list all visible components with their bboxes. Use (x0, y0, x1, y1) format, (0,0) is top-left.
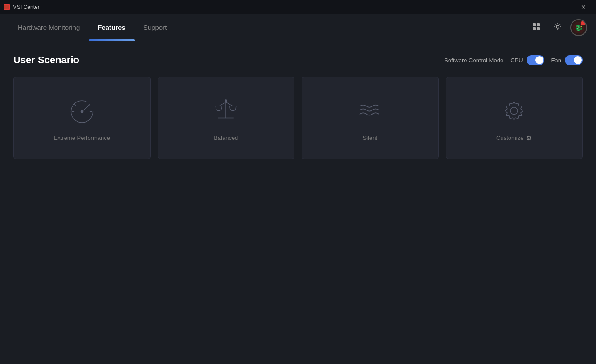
customize-gear-icon (498, 94, 530, 126)
svg-rect-3 (533, 27, 536, 30)
window-controls: — ✕ (556, 0, 592, 14)
card-extreme-performance[interactable]: Extreme Performance (13, 77, 151, 159)
svg-point-10 (81, 110, 83, 113)
svg-line-14 (74, 104, 76, 106)
nav-tabs: Hardware Monitoring Features Support (9, 14, 176, 41)
control-mode-area: Software Control Mode CPU Fan (444, 55, 583, 65)
grid-view-button[interactable] (527, 19, 545, 37)
balanced-label: Balanced (214, 135, 238, 141)
cpu-toggle-knob (535, 56, 543, 64)
settings-button[interactable] (549, 19, 567, 37)
svg-line-19 (226, 102, 233, 106)
cpu-label: CPU (510, 57, 523, 64)
main-content: User Scenario Software Control Mode CPU … (0, 41, 596, 168)
fan-toggle[interactable] (565, 55, 583, 65)
svg-rect-0 (4, 5, 9, 9)
waves-icon (355, 94, 386, 126)
nav-actions: 🐉 (527, 19, 587, 37)
section-header: User Scenario Software Control Mode CPU … (13, 54, 583, 66)
grid-icon (532, 22, 541, 33)
app-icon (4, 4, 10, 10)
silent-label: Silent (363, 135, 377, 141)
fan-toggle-knob (574, 56, 582, 64)
avatar[interactable]: 🐉 (570, 19, 587, 36)
svg-point-5 (556, 25, 559, 28)
tab-hardware-monitoring[interactable]: Hardware Monitoring (9, 14, 89, 41)
fan-toggle-group: Fan (551, 55, 583, 65)
cpu-toggle-group: CPU (510, 55, 544, 65)
gear-icon (553, 22, 562, 33)
minimize-button[interactable]: — (556, 0, 574, 14)
control-mode-label: Software Control Mode (444, 57, 503, 64)
close-button[interactable]: ✕ (575, 0, 592, 14)
notification-dot (581, 21, 585, 25)
tab-support[interactable]: Support (135, 14, 176, 41)
customize-label: Customize ⚙ (496, 135, 532, 142)
svg-rect-2 (537, 23, 540, 26)
tab-features[interactable]: Features (89, 14, 135, 41)
card-customize[interactable]: Customize ⚙ (446, 77, 583, 159)
svg-rect-1 (533, 23, 536, 26)
section-title: User Scenario (13, 54, 79, 66)
svg-rect-4 (537, 27, 540, 30)
scenario-cards: Extreme Performance (13, 77, 583, 159)
cpu-toggle[interactable] (527, 55, 544, 65)
fan-label: Fan (551, 57, 561, 64)
customize-gear-small: ⚙ (526, 135, 532, 142)
app-title: MSI Center (12, 4, 40, 10)
title-bar: MSI Center — ✕ (0, 0, 596, 14)
scales-icon (210, 94, 241, 126)
title-bar-left: MSI Center (4, 4, 40, 10)
extreme-performance-label: Extreme Performance (54, 135, 110, 141)
card-silent[interactable]: Silent (302, 77, 439, 159)
svg-line-18 (219, 102, 226, 106)
svg-point-20 (225, 100, 227, 102)
nav-bar: Hardware Monitoring Features Support (0, 14, 596, 41)
card-balanced[interactable]: Balanced (158, 77, 295, 159)
speedometer-icon (66, 94, 98, 126)
svg-point-21 (510, 107, 518, 114)
